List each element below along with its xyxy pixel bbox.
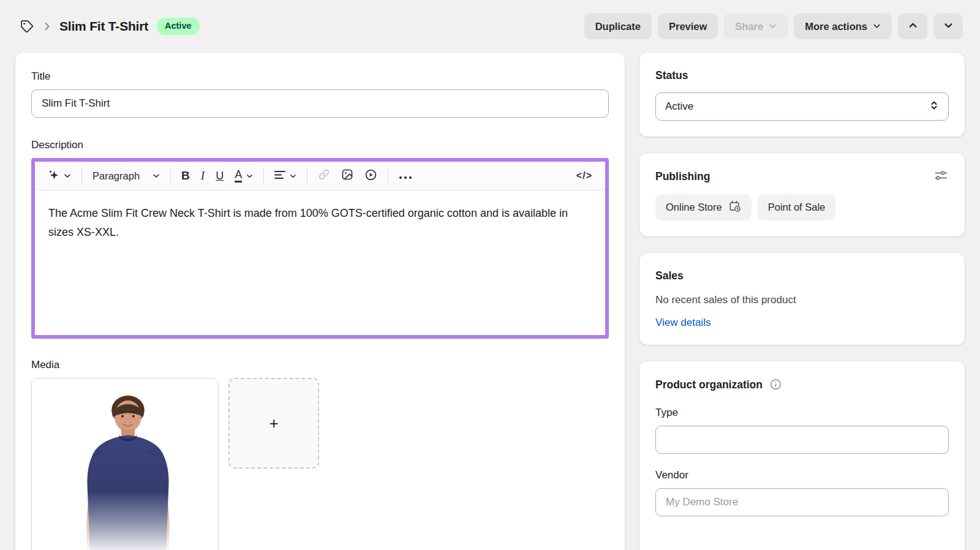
- media-label: Media: [31, 358, 609, 372]
- show-html-button[interactable]: </>: [571, 167, 598, 185]
- align-left-icon: [274, 170, 285, 182]
- product-image-thumbnail[interactable]: [31, 378, 219, 550]
- chevron-down-icon: [153, 170, 160, 182]
- description-editor: Paragraph B I U A: [31, 158, 609, 339]
- chevron-down-icon: [944, 21, 953, 32]
- vendor-input[interactable]: [655, 488, 949, 516]
- ai-magic-button[interactable]: [42, 165, 77, 187]
- sparkle-icon: [48, 169, 59, 183]
- code-icon: </>: [576, 170, 592, 181]
- title-input[interactable]: [31, 89, 609, 118]
- sidebar: Status Active Publishing: [639, 53, 965, 550]
- preview-button[interactable]: Preview: [658, 13, 718, 39]
- type-input[interactable]: [655, 426, 949, 454]
- text-color-button[interactable]: A: [229, 165, 258, 186]
- description-textarea[interactable]: The Acme Slim Fit Crew Neck T-Shirt is m…: [35, 190, 605, 335]
- publishing-card: Publishing Online Store: [639, 153, 965, 236]
- toolbar-divider: [388, 168, 388, 184]
- chevron-down-icon: [290, 170, 296, 182]
- product-detail-page: { "header": { "title": "Slim Fit T-Shirt…: [0, 0, 980, 550]
- status-select[interactable]: Active: [655, 92, 949, 121]
- select-updown-icon: [929, 100, 939, 114]
- italic-button[interactable]: I: [195, 165, 210, 186]
- product-tag-icon[interactable]: [18, 18, 35, 34]
- status-select-value: Active: [665, 100, 693, 113]
- chevron-down-icon: [769, 21, 777, 32]
- channel-online-store[interactable]: Online Store: [655, 194, 752, 220]
- plus-icon: +: [269, 414, 278, 433]
- page-title: Slim Fit T-Shirt: [59, 19, 148, 34]
- share-button[interactable]: Share: [724, 13, 788, 39]
- left-column: Title Description: [15, 53, 625, 550]
- toolbar-divider: [170, 168, 171, 184]
- alignment-dropdown[interactable]: [269, 167, 302, 186]
- type-label: Type: [655, 406, 949, 420]
- ellipsis-icon: [399, 170, 412, 182]
- text-style-dropdown[interactable]: Paragraph: [87, 167, 165, 186]
- publishing-heading: Publishing: [655, 170, 710, 183]
- status-card: Status Active: [639, 53, 965, 137]
- toolbar-divider: [307, 168, 307, 184]
- insert-image-button[interactable]: [336, 165, 359, 187]
- header-actions: Duplicate Preview Share More actions: [584, 13, 963, 39]
- manage-sales-channels-button[interactable]: [933, 169, 949, 184]
- insert-link-button[interactable]: [312, 165, 336, 187]
- product-photo: [32, 379, 218, 550]
- rich-text-toolbar: Paragraph B I U A: [35, 162, 605, 190]
- calendar-clock-icon: [728, 200, 741, 215]
- sales-card: Sales No recent sales of this product Vi…: [639, 253, 965, 345]
- underline-button[interactable]: U: [210, 166, 229, 186]
- status-heading: Status: [655, 69, 949, 82]
- view-details-link[interactable]: View details: [655, 317, 710, 329]
- bold-button[interactable]: B: [176, 165, 195, 186]
- media-section: +: [31, 378, 609, 550]
- more-formatting-button[interactable]: [393, 167, 418, 186]
- breadcrumb-chevron-icon: [43, 22, 51, 31]
- previous-product-button[interactable]: [898, 13, 927, 39]
- next-product-button[interactable]: [933, 13, 963, 39]
- insert-video-button[interactable]: [359, 165, 383, 187]
- info-icon[interactable]: [769, 377, 783, 391]
- add-media-button[interactable]: +: [228, 378, 319, 469]
- toolbar-divider: [263, 168, 264, 184]
- main-layout: Title Description: [0, 53, 980, 550]
- top-bar: Slim Fit T-Shirt Active Duplicate Previe…: [0, 0, 980, 53]
- play-circle-icon: [364, 168, 377, 184]
- image-icon: [341, 168, 353, 183]
- more-actions-button[interactable]: More actions: [794, 13, 892, 39]
- chevron-down-icon: [246, 170, 253, 182]
- toolbar-divider: [81, 168, 82, 184]
- link-icon: [318, 168, 330, 183]
- sliders-icon: [935, 170, 948, 183]
- product-details-card: Title Description: [15, 53, 625, 550]
- chevron-down-icon: [873, 21, 881, 32]
- chevron-down-icon: [64, 170, 71, 182]
- sales-message: No recent sales of this product: [655, 294, 949, 306]
- product-organization-card: Product organization Type Vendor: [639, 361, 965, 550]
- breadcrumb: Slim Fit T-Shirt Active: [18, 18, 200, 34]
- channel-point-of-sale[interactable]: Point of Sale: [758, 194, 836, 220]
- sales-heading: Sales: [655, 269, 949, 282]
- status-badge: Active: [157, 18, 200, 34]
- duplicate-button[interactable]: Duplicate: [584, 13, 652, 39]
- description-text: The Acme Slim Fit Crew Neck T-Shirt is m…: [48, 204, 587, 242]
- title-label: Title: [31, 70, 609, 83]
- product-organization-heading: Product organization: [655, 378, 763, 391]
- description-label: Description: [31, 138, 609, 152]
- vendor-label: Vendor: [655, 469, 949, 482]
- sales-channels: Online Store Point of Sale: [655, 194, 949, 220]
- chevron-up-icon: [908, 21, 918, 32]
